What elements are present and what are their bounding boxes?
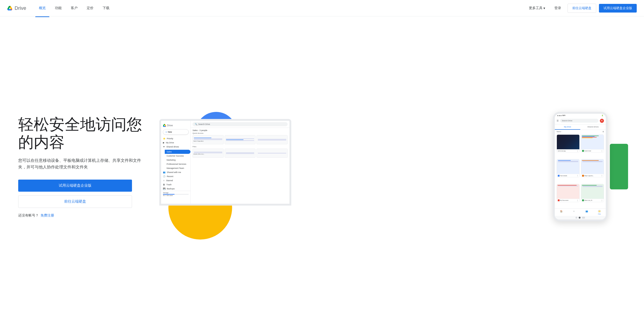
nav-link-pricing[interactable]: 定价	[83, 4, 97, 12]
phone-avatar[interactable]: R	[600, 119, 604, 123]
nav-link-features[interactable]: 功能	[51, 4, 65, 12]
laptop-mockup: Drive + New ⭐Priority ▶My Drive	[159, 119, 291, 206]
nav-dot-home[interactable]	[579, 217, 580, 219]
nav-link-overview[interactable]: 概览	[35, 4, 50, 12]
quick-access-title: Quick Access	[192, 132, 288, 134]
phone-status-bar: ▲▲▲ WiFi 🔋	[555, 114, 606, 117]
drive-search-input[interactable]: 🔍 Search Drive	[192, 122, 288, 126]
phone-mockup: ▲▲▲ WiFi 🔋 ☰ Search Drive R My Drive	[553, 112, 608, 221]
phone-nav-files[interactable]: 📁 Files	[593, 209, 606, 216]
nav-link-customers[interactable]: 客户	[67, 4, 81, 12]
drive-new-button[interactable]: + New	[163, 129, 189, 135]
drive-nav-subitems: Sales Customer Success Marketing Profess…	[161, 150, 190, 170]
drive-sidebar-logo: Drive	[161, 123, 190, 128]
nav-right: 更多工具 ▾ 登录 前往云端硬盘 试用云端硬盘企业版	[526, 4, 637, 13]
more-tools-button[interactable]: 更多工具 ▾	[526, 4, 548, 12]
phone-file-task[interactable]: Task details ⋮	[556, 159, 580, 177]
drive-nav-shared-with-me[interactable]: 👥Shared with me	[161, 170, 190, 174]
drive-nav-priority[interactable]: ⭐Priority	[161, 136, 190, 141]
drive-nav-professional-services[interactable]: Professional Services	[165, 162, 190, 166]
phone-file-mydoc[interactable]: My Document ⋮	[556, 184, 580, 202]
file-card-suescopy[interactable]: Sue's Copy.docx	[192, 135, 224, 144]
drive-nav-starred[interactable]: ☆Starred	[161, 179, 190, 183]
goto-drive-button[interactable]: 前往云端硬盘	[568, 4, 596, 13]
nav-dot-recents[interactable]	[582, 217, 585, 219]
file-card-google[interactable]	[224, 148, 256, 158]
trial-enterprise-button[interactable]: 试用云端硬盘企业版	[599, 4, 637, 13]
home-icon: 🏠	[560, 210, 563, 213]
laptop-screen: Drive + New ⭐Priority ▶My Drive	[161, 121, 290, 204]
files-grid: Editable offline doco...	[192, 148, 288, 158]
hero-section: 轻松安全地访问您的内容 您可以在任意移动设备、平板电脑或计算机上存储、共享文件和…	[0, 17, 644, 312]
drive-nav-customer-success[interactable]: Customer Success	[165, 154, 190, 158]
phone-files-header: Name ↑ ⊞	[555, 130, 606, 133]
nav-link-download[interactable]: 下载	[99, 4, 113, 12]
hero-description: 您可以在任意移动设备、平板电脑或计算机上存储、共享文件和文件夹，并可与他人协作处…	[18, 157, 146, 171]
drive-sidebar: Drive + New ⭐Priority ▶My Drive	[161, 121, 191, 204]
drive-nav-mydrive[interactable]: ▶My Drive	[161, 141, 190, 145]
hero-trial-button[interactable]: 试用云端硬盘企业版	[18, 180, 132, 192]
hero-buttons: 试用云端硬盘企业版 前往云端硬盘	[18, 180, 132, 208]
hero-mockup-area: Drive + New ⭐Priority ▶My Drive	[155, 98, 626, 235]
file-more-icon-5[interactable]: ⋮	[577, 199, 578, 202]
drive-logo-text: Drive	[167, 124, 173, 127]
phone-file-astronaut[interactable]: astronaut.jpg ⋮	[556, 134, 580, 153]
phone-nav-star[interactable]: ☆	[568, 209, 580, 216]
phone-nav-dots	[555, 216, 606, 219]
phone-nav-people[interactable]: 👥	[580, 209, 593, 216]
drive-nav-recent[interactable]: 🕐Recent	[161, 174, 190, 179]
hero-left: 轻松安全地访问您的内容 您可以在任意移动设备、平板电脑或计算机上存储、共享文件和…	[18, 115, 155, 218]
phone-tab-mydrive[interactable]: My Drive	[555, 124, 580, 130]
quick-access-grid: Sue's Copy.docx	[192, 135, 288, 144]
phone-tabs: My Drive Shared drives	[555, 124, 606, 130]
login-button[interactable]: 登录	[551, 4, 565, 12]
phone-file-gantt[interactable]: Gantt chart ⋮	[581, 134, 604, 153]
drive-nav-management-team[interactable]: Management Team	[165, 166, 190, 170]
register-free-link[interactable]: 免费注册	[40, 213, 54, 217]
file-card-empty2[interactable]	[256, 148, 288, 158]
file-card-the[interactable]	[224, 135, 256, 144]
hero-register: 还没有帐号？ 免费注册	[18, 213, 155, 218]
drive-nav-shareddrives[interactable]: ▼Shared drives	[161, 145, 190, 149]
phone-menu-icon[interactable]: ☰	[556, 119, 559, 122]
phone-files-grid: astronaut.jpg ⋮	[555, 133, 606, 208]
phone-tab-shared[interactable]: Shared drives	[580, 124, 606, 130]
drive-search-bar-container: 🔍 Search Drive	[191, 121, 290, 128]
hero-title: 轻松安全地访问您的内容	[18, 115, 155, 151]
logo-text: Drive	[14, 5, 26, 11]
drive-nav-marketing[interactable]: Marketing	[165, 158, 190, 162]
phone-nav-home[interactable]: 🏠	[555, 209, 568, 216]
hero-goto-button[interactable]: 前往云端硬盘	[18, 195, 132, 208]
drive-nav-sales[interactable]: Sales	[165, 150, 190, 154]
file-more-icon[interactable]: ⋮	[577, 150, 578, 152]
nav-dot-back[interactable]	[576, 217, 577, 219]
drive-nav-trash[interactable]: 🗑Trash	[161, 183, 190, 187]
chevron-down-icon: ▾	[544, 6, 545, 10]
phone-drive-ui: ▲▲▲ WiFi 🔋 ☰ Search Drive R My Drive	[555, 114, 606, 219]
file-more-icon-6[interactable]: ⋮	[601, 199, 603, 202]
people-icon: 👥	[585, 210, 588, 213]
file-card-empty1[interactable]	[256, 135, 288, 144]
name-sort-label: Name ↑	[556, 131, 562, 132]
logo-link[interactable]: Drive	[7, 5, 26, 11]
drive-storage-info: Storage 30.7 GB used	[161, 191, 190, 197]
sales-header: Sales - 3 people	[192, 129, 288, 131]
file-more-icon-4[interactable]: ⋮	[601, 175, 603, 177]
phone-bottom-nav: 🏠 ☆ 👥 📁 Files	[555, 208, 606, 216]
drive-nav-backups[interactable]: 💾Backups	[161, 187, 190, 191]
star-icon: ☆	[572, 210, 576, 213]
phone-file-worklist[interactable]: Work List_01 ⋮	[581, 184, 604, 202]
phone-header: ☰ Search Drive R	[555, 117, 606, 124]
decorative-blob-green	[610, 144, 628, 189]
view-toggle-icon[interactable]: ⊞	[602, 131, 604, 133]
file-more-icon-3[interactable]: ⋮	[577, 175, 578, 177]
files-title: Files	[192, 146, 288, 148]
drive-main-area: 🔍 Search Drive Sales - 3 people Quick Ac…	[191, 121, 290, 204]
phone-file-major[interactable]: Major opportu... ⋮	[581, 159, 604, 177]
drive-files-area: Sales - 3 people Quick Access Sue's Copy…	[191, 128, 290, 204]
file-card-editable[interactable]: Editable offline doco...	[192, 148, 224, 158]
files-icon: 📁	[598, 210, 601, 213]
file-more-icon-2[interactable]: ⋮	[601, 150, 603, 152]
phone-search-bar[interactable]: Search Drive	[560, 119, 598, 123]
drive-desktop-ui: Drive + New ⭐Priority ▶My Drive	[161, 121, 290, 204]
